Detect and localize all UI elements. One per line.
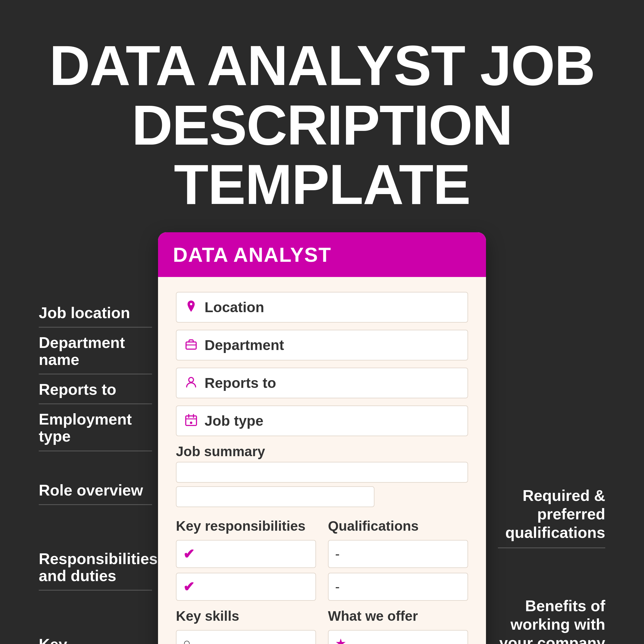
reports-to-label: Reports to <box>205 375 276 391</box>
svg-point-2 <box>189 377 193 382</box>
main-title: DATA ANALYST JOB DESCRIPTION TEMPLATE <box>24 36 620 214</box>
job-summary-label: Job summary <box>176 443 468 459</box>
qualification-item-1[interactable]: - <box>328 540 468 568</box>
job-type-label: Job type <box>205 413 263 429</box>
title-area: DATA ANALYST JOB DESCRIPTION TEMPLATE <box>0 0 644 232</box>
qualifications-label: Qualifications <box>328 518 468 534</box>
svg-rect-3 <box>186 416 196 425</box>
responsibilities-col: Key responsibilities ✔ ✔ <box>176 518 316 601</box>
qualifications-col: Qualifications - - <box>328 518 468 601</box>
department-label: Department <box>205 337 284 353</box>
star-icon-1: ★ <box>335 636 347 644</box>
sidebar-item-key-competencies: Key competencies and skills <box>39 629 152 644</box>
sidebar-item-role-overview: Role overview <box>39 475 152 505</box>
responsibility-item-1[interactable]: ✔ <box>176 540 316 568</box>
form-body: Location Department <box>158 277 486 644</box>
key-responsibilities-label: Key responsibilities <box>176 518 316 534</box>
location-field[interactable]: Location <box>176 292 468 323</box>
job-type-field[interactable]: Job type <box>176 405 468 436</box>
form-title: DATA ANALYST <box>173 243 471 266</box>
dash-icon-2: - <box>335 579 347 595</box>
sidebar-item-required-qualifications: Required & preferred qualifications <box>498 480 605 548</box>
skills-offer-section: Key skills ○ ○ What we offer ★ <box>176 608 468 644</box>
sidebar-item-department-name: Department name <box>39 328 152 374</box>
what-we-offer-label: What we offer <box>328 608 468 624</box>
key-skills-label: Key skills <box>176 608 316 624</box>
responsibility-item-2[interactable]: ✔ <box>176 573 316 601</box>
form-header: DATA ANALYST <box>158 232 486 277</box>
checkmark-icon-1: ✔ <box>183 546 195 562</box>
qualification-item-2[interactable]: - <box>328 573 468 601</box>
form-card: DATA ANALYST Location <box>158 232 486 644</box>
location-label: Location <box>205 299 264 315</box>
svg-point-7 <box>190 422 192 424</box>
sidebar-item-benefits: Benefits of working with your company <box>498 590 605 644</box>
job-summary-section: Job summary <box>176 443 468 511</box>
circle-bullet-icon-1: ○ <box>183 636 195 644</box>
summary-line-2[interactable] <box>176 486 374 507</box>
what-we-offer-col: What we offer ★ ★ <box>328 608 468 644</box>
summary-line-1[interactable] <box>176 462 468 483</box>
left-sidebar: Job location Department name Reports to … <box>39 232 158 644</box>
calendar-icon <box>184 413 199 429</box>
skill-item-1[interactable]: ○ <box>176 630 316 644</box>
svg-rect-0 <box>186 342 196 349</box>
sidebar-item-responsibilities: Responsibilities and duties <box>39 544 152 591</box>
sidebar-item-reports-to: Reports to <box>39 374 152 404</box>
checkmark-icon-2: ✔ <box>183 579 195 595</box>
briefcase-icon <box>184 337 199 353</box>
content-area: Job location Department name Reports to … <box>0 232 644 644</box>
sidebar-item-employment-type: Employment type <box>39 404 152 451</box>
right-sidebar: Required & preferred qualifications Bene… <box>486 232 605 644</box>
person-icon <box>184 375 199 391</box>
sidebar-item-job-location: Job location <box>39 298 152 328</box>
offer-item-1[interactable]: ★ <box>328 630 468 644</box>
responsibilities-qualifications-section: Key responsibilities ✔ ✔ Qualifications … <box>176 518 468 601</box>
key-skills-col: Key skills ○ ○ <box>176 608 316 644</box>
location-pin-icon <box>184 299 199 315</box>
reports-to-field[interactable]: Reports to <box>176 368 468 398</box>
dash-icon-1: - <box>335 546 347 562</box>
department-field[interactable]: Department <box>176 330 468 360</box>
